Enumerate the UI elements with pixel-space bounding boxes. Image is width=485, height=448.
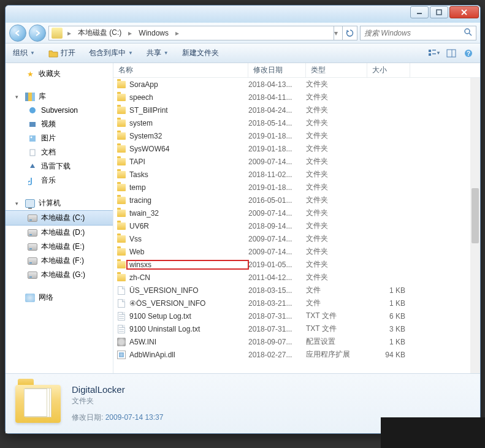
scrollbar[interactable]: [470, 78, 480, 373]
folder-icon: [116, 158, 127, 165]
sidebar-library-item[interactable]: 视频: [6, 117, 113, 131]
breadcrumb-folder[interactable]: Windows: [134, 26, 173, 40]
file-date: 2018-02-27...: [248, 351, 306, 359]
header-size[interactable]: 大小: [367, 63, 410, 77]
chevron-right-icon[interactable]: ▸: [65, 29, 74, 37]
file-row[interactable]: 9100 Uninstall Log.txt2018-07-31...TXT 文…: [113, 322, 480, 335]
library-item-icon: [28, 105, 37, 115]
libraries-group[interactable]: ▾库: [6, 89, 113, 104]
file-name: Tasks: [127, 170, 248, 179]
search-input[interactable]: [361, 29, 464, 37]
file-type: 文件夹: [306, 259, 367, 270]
file-row[interactable]: Tasks2018-11-02...文件夹: [113, 168, 480, 181]
file-row[interactable]: SoraApp2018-04-13...文件夹: [113, 78, 480, 91]
new-folder-button[interactable]: 新建文件夹: [180, 46, 221, 60]
sidebar-drive-item[interactable]: 本地磁盘 (G:): [6, 268, 113, 282]
file-type: 文件夹: [306, 143, 367, 154]
library-icon: [25, 92, 35, 102]
file-type: 文件夹: [306, 272, 367, 283]
library-item-icon: [28, 134, 37, 143]
include-library-menu[interactable]: 包含到库中▼: [86, 46, 136, 60]
history-dropdown[interactable]: ▾: [334, 26, 342, 40]
sidebar-drive-item[interactable]: 本地磁盘 (C:): [6, 210, 113, 226]
forward-button[interactable]: [29, 25, 46, 42]
svg-rect-6: [429, 50, 431, 52]
file-type: 文件夹: [306, 79, 367, 89]
file-type: 文件夹: [306, 105, 367, 115]
file-row[interactable]: A5W.INI2018-09-07...配置设置1 KB: [113, 335, 480, 348]
sidebar-library-item[interactable]: Subversion: [6, 104, 113, 117]
sidebar-library-item[interactable]: 迅雷下载: [6, 159, 113, 173]
collapse-icon: ▾: [15, 200, 21, 207]
file-row[interactable]: System322019-01-18...文件夹: [113, 129, 480, 142]
sidebar-drive-item[interactable]: 本地磁盘 (F:): [6, 254, 113, 268]
scrollbar-thumb[interactable]: [472, 188, 479, 243]
txt-icon: [116, 312, 127, 321]
refresh-button[interactable]: [342, 26, 357, 40]
file-row[interactable]: ST_BillPrint2018-04-24...文件夹: [113, 104, 480, 116]
file-date: 2019-01-05...: [248, 260, 306, 269]
file-row[interactable]: ④ÓS_VERSION_INFO2018-03-21...文件1 KB: [113, 297, 480, 309]
help-button[interactable]: ?: [462, 47, 475, 60]
file-icon: [116, 286, 127, 295]
file-row[interactable]: zh-CN2011-04-12...文件夹: [113, 271, 480, 284]
sidebar-item-label: 音乐: [41, 175, 56, 186]
file-row[interactable]: twain_322009-07-14...文件夹: [113, 207, 480, 219]
sidebar-library-item[interactable]: 音乐: [6, 173, 113, 188]
maximize-button[interactable]: [430, 6, 448, 18]
chevron-down-icon: ▼: [436, 50, 441, 56]
file-row[interactable]: UV6R2018-09-14...文件夹: [113, 219, 480, 232]
file-date: 2009-07-14...: [248, 248, 306, 256]
file-name: speech: [127, 93, 248, 102]
header-name[interactable]: 名称: [113, 63, 248, 77]
file-row[interactable]: Web2009-07-14...文件夹: [113, 245, 480, 258]
file-row[interactable]: 9100 Setup Log.txt2018-07-31...TXT 文件6 K…: [113, 309, 480, 322]
file-type: 文件夹: [306, 118, 367, 128]
folder-icon: [116, 197, 127, 204]
file-row[interactable]: AdbWinApi.dll2018-02-27...应用程序扩展94 KB: [113, 348, 480, 361]
sidebar-drive-item[interactable]: 本地磁盘 (E:): [6, 240, 113, 254]
address-bar[interactable]: ▸ 本地磁盘 (C:) ▸ Windows ▸ ▾: [48, 26, 357, 40]
title-bar[interactable]: [6, 6, 480, 23]
details-type: 文件夹: [72, 396, 163, 406]
file-name: TAPI: [127, 158, 248, 166]
file-row[interactable]: ÛS_VERSION_INFO2018-03-15...文件1 KB: [113, 284, 480, 297]
folder-icon: [116, 145, 127, 153]
back-button[interactable]: [9, 25, 26, 42]
search-box[interactable]: [360, 26, 476, 40]
minimize-button[interactable]: [410, 6, 429, 18]
preview-pane-button[interactable]: [445, 47, 458, 60]
open-button[interactable]: 打开: [46, 46, 78, 60]
header-type[interactable]: 类型: [306, 63, 367, 77]
file-name: System32: [127, 132, 248, 140]
svg-rect-8: [429, 53, 431, 56]
organize-menu[interactable]: 组织▼: [10, 46, 37, 60]
favorites-group[interactable]: ★收藏夹: [6, 67, 113, 81]
file-row[interactable]: temp2019-01-18...文件夹: [113, 181, 480, 194]
search-icon[interactable]: [464, 28, 476, 39]
header-date[interactable]: 修改日期: [248, 63, 306, 77]
view-options-button[interactable]: ▼: [427, 47, 441, 60]
file-row[interactable]: system2018-05-14...文件夹: [113, 116, 480, 129]
file-row[interactable]: speech2018-04-11...文件夹: [113, 91, 480, 104]
file-name: 9100 Uninstall Log.txt: [127, 325, 248, 333]
file-row[interactable]: TAPI2009-07-14...文件夹: [113, 155, 480, 168]
network-group[interactable]: 网络: [6, 290, 113, 305]
file-row[interactable]: winsxs2019-01-05...文件夹: [113, 258, 480, 271]
sidebar-library-item[interactable]: 图片: [6, 131, 113, 145]
file-row[interactable]: Vss2009-07-14...文件夹: [113, 232, 480, 245]
file-type: 应用程序扩展: [306, 349, 367, 360]
share-menu[interactable]: 共享▼: [144, 46, 171, 60]
breadcrumb-drive[interactable]: 本地磁盘 (C:): [74, 26, 126, 40]
file-row[interactable]: SysWOW642019-01-18...文件夹: [113, 142, 480, 155]
chevron-right-icon[interactable]: ▸: [126, 29, 134, 37]
close-button[interactable]: [449, 6, 479, 18]
computer-group[interactable]: ▾计算机: [6, 196, 113, 210]
sidebar-library-item[interactable]: 文档: [6, 145, 113, 159]
chevron-right-icon[interactable]: ▸: [173, 29, 181, 37]
file-size: 6 KB: [367, 312, 410, 321]
file-row[interactable]: tracing2016-05-01...文件夹: [113, 194, 480, 207]
svg-rect-16: [29, 135, 36, 142]
sidebar-drive-item[interactable]: 本地磁盘 (D:): [6, 226, 113, 240]
file-date: 2018-03-21...: [248, 299, 306, 308]
